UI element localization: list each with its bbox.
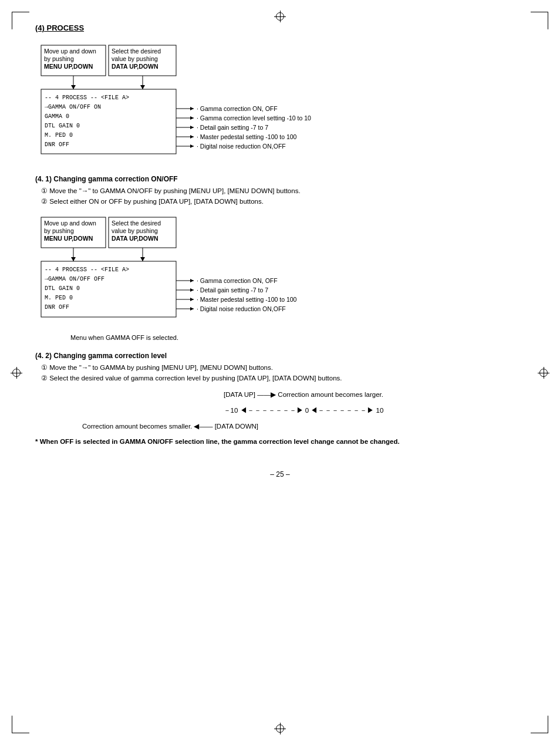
svg-text:-- 4  PROCESS --  <FILE A>: -- 4 PROCESS -- <FILE A> bbox=[45, 95, 129, 101]
svg-text:→GAMMA ON/OFF   ON: →GAMMA ON/OFF ON bbox=[45, 104, 101, 110]
svg-text:· Master pedestal setting   -1: · Master pedestal setting -100 to 100 bbox=[197, 296, 297, 303]
svg-text:Move up and down: Move up and down bbox=[44, 48, 96, 55]
scale-line: －10 ◀－－－－－－－▶ 0 ◀－－－－－－－▶ 10 bbox=[82, 404, 525, 417]
svg-text:Move up and down: Move up and down bbox=[44, 220, 96, 227]
data-down-line: Correction amount becomes smaller. ◀—— [… bbox=[82, 420, 525, 433]
data-up-label: [DATA UP] ——▶ Correction amount becomes … bbox=[224, 391, 383, 398]
svg-text:DNR          OFF: DNR OFF bbox=[45, 141, 69, 148]
page: (4) PROCESS Move up and down by pushing … bbox=[0, 0, 560, 745]
svg-marker-62 bbox=[190, 307, 194, 311]
data-up-line: [DATA UP] ——▶ Correction amount becomes … bbox=[82, 388, 525, 402]
svg-text:Select the desired: Select the desired bbox=[112, 220, 161, 227]
crosshair-top bbox=[274, 11, 286, 22]
svg-text:DATA UP,DOWN: DATA UP,DOWN bbox=[112, 63, 158, 70]
svg-text:by pushing: by pushing bbox=[44, 227, 74, 234]
page-number: – 25 – bbox=[35, 470, 525, 478]
svg-text:→GAMMA ON/OFF  OFF: →GAMMA ON/OFF OFF bbox=[45, 276, 104, 282]
svg-text:DNR          OFF: DNR OFF bbox=[45, 304, 69, 311]
svg-marker-43 bbox=[71, 257, 76, 261]
subsection-41-step1: ① Move the "→" to GAMMA ON/OFF by pushin… bbox=[41, 187, 525, 195]
subsection-42-step1: ① Move the "→" to GAMMA by pushing [MENU… bbox=[41, 363, 525, 372]
corner-br bbox=[531, 716, 548, 733]
svg-text:· Gamma correction   ON, OFF: · Gamma correction ON, OFF bbox=[197, 277, 278, 284]
diagram2: Move up and down by pushing MENU UP,DOWN… bbox=[35, 211, 525, 331]
subsection-42: (4. 2) Changing gamma correction level ①… bbox=[35, 352, 525, 447]
svg-text:MENU UP,DOWN: MENU UP,DOWN bbox=[44, 235, 93, 242]
svg-marker-45 bbox=[140, 257, 145, 261]
diagram2-caption: Menu when GAMMA OFF is selected. bbox=[70, 334, 525, 341]
corner-tl bbox=[12, 12, 29, 29]
subsection-42-title: (4. 2) Changing gamma correction level bbox=[35, 352, 525, 360]
svg-text:value by pushing: value by pushing bbox=[112, 55, 158, 62]
diagram2-svg: Move up and down by pushing MENU UP,DOWN… bbox=[35, 211, 446, 329]
data-flow-diagram: [DATA UP] ——▶ Correction amount becomes … bbox=[82, 388, 525, 433]
note-text: * When OFF is selected in GAMMA ON/OFF s… bbox=[35, 438, 400, 445]
subsection-42-step2: ② Select the desired value of gamma corr… bbox=[41, 374, 525, 382]
svg-text:DTL GAIN       0: DTL GAIN 0 bbox=[45, 285, 80, 292]
crosshair-right bbox=[538, 367, 549, 379]
subsection-41-step2: ② Select either ON or OFF by pushing [DA… bbox=[41, 197, 525, 205]
diagram1-svg: Move up and down by pushing MENU UP,DOWN… bbox=[35, 39, 446, 163]
svg-text:· Gamma correction level setti: · Gamma correction level setting -10 to … bbox=[197, 114, 311, 122]
svg-marker-29 bbox=[190, 135, 194, 139]
svg-marker-59 bbox=[190, 298, 194, 301]
svg-marker-23 bbox=[190, 116, 194, 120]
svg-text:M. PED         0: M. PED 0 bbox=[45, 132, 73, 139]
svg-text:· Detail gain setting   -7 to : · Detail gain setting -7 to 7 bbox=[197, 286, 268, 294]
svg-marker-11 bbox=[140, 85, 145, 89]
svg-text:Select the desired: Select the desired bbox=[112, 48, 161, 55]
svg-text:GAMMA          0: GAMMA 0 bbox=[45, 113, 69, 120]
svg-marker-53 bbox=[190, 279, 194, 282]
corner-bl bbox=[12, 716, 29, 733]
scale-display: －10 ◀－－－－－－－▶ 0 ◀－－－－－－－▶ 10 bbox=[224, 407, 384, 414]
svg-text:· Master pedestal setting   -1: · Master pedestal setting -100 to 100 bbox=[197, 133, 297, 140]
subsection-42-note: * When OFF is selected in GAMMA ON/OFF s… bbox=[35, 437, 525, 447]
svg-text:value by pushing: value by pushing bbox=[112, 227, 158, 234]
crosshair-bottom bbox=[274, 723, 286, 734]
svg-text:· Digital noise reduction   ON: · Digital noise reduction ON,OFF bbox=[197, 305, 286, 312]
svg-text:-- 4  PROCESS --  <FILE A>: -- 4 PROCESS -- <FILE A> bbox=[45, 267, 129, 273]
data-down-text: Correction amount becomes smaller. ◀—— [… bbox=[82, 423, 258, 430]
svg-marker-32 bbox=[190, 144, 194, 148]
subsection-41: (4. 1) Changing gamma correction ON/OFF … bbox=[35, 175, 525, 205]
svg-marker-9 bbox=[71, 85, 76, 89]
diagram1: Move up and down by pushing MENU UP,DOWN… bbox=[35, 39, 525, 164]
svg-marker-20 bbox=[190, 107, 194, 110]
svg-marker-56 bbox=[190, 288, 194, 292]
svg-text:MENU UP,DOWN: MENU UP,DOWN bbox=[44, 63, 93, 70]
section-title: (4) PROCESS bbox=[35, 23, 525, 32]
svg-text:· Gamma correction   ON, OFF: · Gamma correction ON, OFF bbox=[197, 105, 278, 112]
svg-text:DATA UP,DOWN: DATA UP,DOWN bbox=[112, 235, 158, 242]
svg-marker-26 bbox=[190, 126, 194, 129]
svg-text:· Detail gain setting   -7 to : · Detail gain setting -7 to 7 bbox=[197, 124, 268, 131]
subsection-41-title: (4. 1) Changing gamma correction ON/OFF bbox=[35, 175, 525, 183]
svg-text:DTL GAIN       0: DTL GAIN 0 bbox=[45, 123, 80, 129]
crosshair-left bbox=[11, 367, 22, 379]
svg-text:· Digital noise reduction   ON: · Digital noise reduction ON,OFF bbox=[197, 143, 286, 150]
corner-tr bbox=[531, 12, 548, 29]
svg-text:by pushing: by pushing bbox=[44, 55, 74, 62]
svg-text:M. PED         0: M. PED 0 bbox=[45, 295, 73, 301]
